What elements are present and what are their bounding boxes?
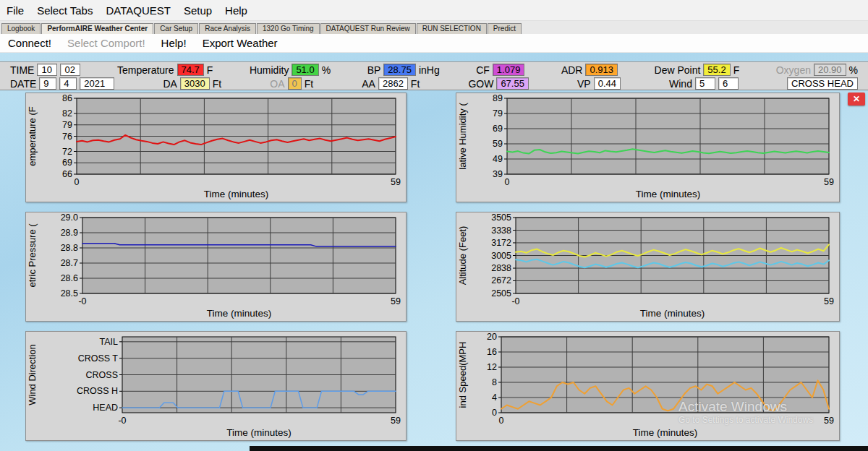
menu-help[interactable]: Help — [218, 4, 254, 17]
connect-button[interactable]: Connect! — [0, 37, 59, 49]
y-tick-label: HEAD — [93, 403, 118, 413]
export-weather-button[interactable]: Export Weather — [195, 37, 286, 49]
humidity-readout: Humidity 51.0 % — [250, 64, 331, 76]
y-tick-label: 0 — [492, 408, 497, 418]
y-tick-label: 20 — [487, 332, 497, 342]
tab-1320-go-timing[interactable]: 1320 Go Timing — [257, 23, 320, 34]
humidity-unit: % — [322, 64, 331, 76]
y-tick-label: 69 — [62, 158, 72, 168]
bp-unit: inHg — [419, 64, 440, 76]
aa-readout: AA 2862 Ft — [362, 77, 420, 90]
y-tick-label: 3338 — [491, 226, 511, 236]
date-field: DATE 9 4 2021 — [10, 77, 114, 90]
y-tick-label: 2838 — [491, 263, 511, 273]
aa-unit: Ft — [411, 78, 420, 90]
y-tick-label: TAIL — [100, 337, 119, 347]
y-tick-label: 29.0 — [61, 212, 78, 223]
date-label: DATE — [10, 78, 36, 90]
dew-point-unit: F — [733, 64, 740, 76]
oxygen-label: Oxygen — [776, 64, 811, 76]
y-tick-label: 2672 — [491, 275, 511, 285]
x-tick-label: 59 — [824, 177, 834, 187]
y-tick-label: 3172 — [491, 238, 511, 248]
y-axis-label: emperature (F — [27, 106, 38, 166]
time-hour-input[interactable]: 10 — [37, 64, 57, 76]
dew-point-label: Dew Point — [655, 64, 701, 76]
humidity-chart-svg: 394959697989059Time (minutes)lative Humi… — [456, 93, 839, 202]
adr-readout: ADR 0.913 — [561, 64, 618, 76]
barometric-pressure-chart: 28.528.628.728.828.929.0-059Time (minute… — [25, 212, 407, 322]
cf-value: 1.079 — [493, 64, 525, 76]
oa-unit: Ft — [305, 78, 313, 90]
x-axis-label: Time (minutes) — [636, 189, 701, 199]
oxygen-value: 20.90 — [814, 64, 846, 76]
tab-car-setup[interactable]: Car Setup — [154, 23, 198, 34]
wind-speed-chart-svg: 048121620059Time (minutes)ind Speed(MPH — [456, 332, 839, 440]
tab-race-analysis[interactable]: Race Analysis — [199, 23, 256, 34]
vp-value: 0.44 — [594, 77, 621, 90]
bp-label: BP — [367, 64, 381, 76]
cf-label: CF — [476, 64, 490, 76]
time-label: TIME — [10, 64, 34, 76]
x-axis-label: Time (minutes) — [633, 427, 698, 438]
menu-select-tabs[interactable]: Select Tabs — [30, 4, 99, 17]
select-comport-button[interactable]: Select Comport! — [59, 37, 153, 49]
bp-value: 28.75 — [383, 64, 416, 76]
y-tick-label: 3505 — [491, 212, 511, 223]
y-tick-label: 76 — [62, 132, 72, 142]
menu-file[interactable]: File — [0, 4, 30, 17]
wind-label: Wind — [669, 78, 692, 90]
da-readout: DA 3030 Ft — [163, 77, 221, 90]
tab-run-selection[interactable]: RUN SELECTION — [417, 23, 487, 34]
aa-label: AA — [362, 78, 375, 90]
time-minute-input[interactable]: 02 — [60, 64, 80, 76]
close-button[interactable]: ✕ — [848, 93, 865, 106]
y-tick-label: 79 — [493, 108, 503, 119]
x-tick-label: 0 — [499, 416, 504, 426]
wind-speed-chart: 048121620059Time (minutes)ind Speed(MPH — [456, 331, 840, 441]
tab-performaire-weather-center[interactable]: PerformAIRE Weather Center — [41, 23, 153, 34]
altitude-chart-svg: 2505267228383005317233383505-059Time (mi… — [456, 212, 839, 321]
readout-row-1: TIME 10 02 Temperature 74.7 F Humidity 5… — [10, 63, 858, 77]
x-axis-label: Time (minutes) — [204, 189, 269, 199]
menu-setup[interactable]: Setup — [177, 4, 218, 17]
dew-point-value: 55.2 — [703, 64, 730, 76]
y-tick-label: 72 — [62, 147, 72, 157]
y-tick-label: 28.5 — [61, 288, 78, 298]
date-day-input[interactable]: 4 — [59, 77, 77, 90]
tab-logbook[interactable]: Logbook — [1, 23, 41, 34]
wind-speed-input[interactable]: 5 — [695, 77, 715, 90]
oa-label: OA — [270, 78, 284, 90]
temperature-readout: Temperature 74.7 F — [117, 64, 213, 76]
date-month-input[interactable]: 9 — [39, 77, 56, 90]
da-unit: Ft — [213, 78, 221, 90]
x-tick-label: 0 — [505, 177, 510, 187]
y-tick-label: 8 — [492, 377, 497, 387]
y-axis-label: etric Pressure ( — [27, 223, 38, 288]
y-tick-label: 4 — [492, 392, 497, 403]
tab-predict[interactable]: Predict — [488, 23, 522, 34]
x-tick-label: -0 — [511, 296, 519, 306]
wind-gust-input[interactable]: 6 — [718, 77, 739, 90]
help-button[interactable]: Help! — [153, 37, 195, 49]
x-axis-label: Time (minutes) — [640, 308, 705, 319]
gow-readout: GOW 67.55 — [468, 77, 529, 90]
taskbar-strip — [250, 446, 868, 451]
menu-dataquest[interactable]: DATAQUEST — [99, 4, 176, 17]
temperature-chart: 66697276798286059Time (minutes)emperatur… — [25, 93, 407, 202]
bp-readout: BP 28.75 inHg — [367, 64, 440, 76]
readout-row-2: DATE 9 4 2021 DA 3030 Ft OA 0 Ft AA 2862… — [10, 77, 858, 90]
date-year-input[interactable]: 2021 — [80, 77, 114, 90]
wind-direction-readout: CROSS HEAD — [787, 77, 858, 90]
command-bar: Connect! Select Comport! Help! Export We… — [0, 34, 868, 53]
y-tick-label: CROSS — [86, 370, 118, 380]
y-axis-label: ind Speed(MPH — [457, 342, 468, 408]
x-tick-label: 59 — [824, 296, 834, 306]
x-tick-label: 0 — [75, 177, 80, 187]
tab-dataquest-run-review[interactable]: DATAQUEST Run Review — [320, 23, 416, 34]
x-tick-label: 59 — [391, 416, 401, 426]
oa-value: 0 — [288, 77, 302, 90]
wind-direction-chart-svg: HEADCROSS HCROSSCROSS TTAIL-059Time (min… — [26, 332, 406, 440]
y-tick-label: CROSS H — [77, 386, 118, 396]
oa-readout: OA 0 Ft — [270, 77, 313, 90]
